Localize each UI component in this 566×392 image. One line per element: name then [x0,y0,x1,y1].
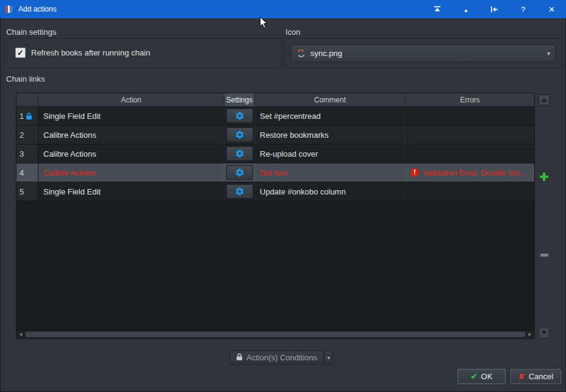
settings-cell [224,163,255,182]
row-number[interactable]: 5 [16,182,38,201]
table-row[interactable]: 1Single Field EditSet #percentread [16,107,534,126]
gear-icon [235,130,245,140]
action-cell[interactable]: Single Field Edit [38,182,224,201]
row-number[interactable]: 2 [16,126,38,144]
error-text: Validation Error. Double clic... [423,168,526,177]
cancel-label: Cancel [529,372,553,381]
icon-combobox[interactable]: sync.png ▾ [291,45,556,62]
comment-cell[interactable]: Re-upload cover [255,144,406,163]
column-header-comment[interactable]: Comment [255,93,406,107]
add-actions-dialog: Add actions ? ✕ Chain settings ✓ Refresh… [0,0,566,392]
row-settings-button[interactable] [226,109,253,123]
table-row[interactable]: 4Calibre ActionsSet font!Validation Erro… [16,163,534,182]
comment-cell[interactable]: Set font [255,163,406,182]
row-settings-button[interactable] [226,146,253,161]
scroll-right-icon[interactable]: ► [526,330,534,338]
action-cell[interactable]: Single Field Edit [38,107,224,125]
table-row[interactable]: 5Single Field EditUpdate #onkobo column [16,182,534,201]
icon-section-label: Icon [285,27,301,37]
window-title: Add actions [18,5,57,13]
column-header-settings[interactable]: Settings [224,93,255,107]
ok-button[interactable]: ✔ OK [457,369,506,384]
action-cell[interactable]: Calibre Actions [38,163,224,182]
action-cell[interactable]: Calibre Actions [38,144,224,163]
table-empty-area [16,201,534,330]
remove-link-button[interactable] [539,249,550,260]
sync-icon [296,49,306,58]
settings-cell [224,107,255,125]
errors-cell[interactable] [406,182,534,201]
arrow-up-icon [542,98,546,102]
mouse-cursor [259,16,268,32]
column-header-action[interactable]: Action [38,93,224,107]
action-cell[interactable]: Calibre Actions [38,126,224,144]
refresh-books-label: Refresh books after running chain [31,48,150,57]
errors-cell[interactable] [406,144,534,163]
arrow-down-icon [542,331,546,335]
gear-icon [235,111,245,121]
horizontal-scrollbar[interactable]: ◄ ► [16,330,534,338]
refresh-books-checkbox[interactable]: ✓ Refresh books after running chain [5,38,282,67]
chevron-down-icon: ▾ [547,50,550,57]
row-number[interactable]: 4 [16,163,38,182]
chain-settings-frame: ✓ Refresh books after running chain [5,38,283,68]
pin-button[interactable] [480,0,509,18]
add-link-button[interactable] [539,171,550,182]
close-button[interactable]: ✕ [537,0,566,18]
lock-icon [26,112,32,120]
action-conditions-button[interactable]: Action(s) Conditions [229,351,324,365]
gear-icon [235,187,245,196]
window-controls: ? ✕ [423,0,566,18]
table-row[interactable]: 3Calibre ActionsRe-upload cover [16,144,534,163]
row-settings-button[interactable] [226,127,253,142]
check-icon: ✔ [471,372,478,380]
minimize-button[interactable] [451,0,480,18]
errors-cell[interactable] [406,126,534,144]
comment-cell[interactable]: Update #onkobo column [255,182,406,201]
scrollbar-thumb[interactable] [26,332,525,337]
move-down-button[interactable] [539,327,550,338]
errors-cell[interactable]: !Validation Error. Double clic... [406,163,534,182]
comment-cell[interactable]: Restore bookmarks [255,126,406,144]
move-up-button[interactable] [539,94,550,105]
chain-settings-label: Chain settings [6,27,56,37]
checkbox-checked-icon[interactable]: ✓ [15,48,26,58]
comment-cell[interactable]: Set #percentread [255,107,406,125]
minus-icon [540,254,548,257]
titlebar[interactable]: Add actions ? ✕ [0,0,566,18]
settings-cell [224,126,255,144]
error-icon: ! [410,168,419,177]
settings-cell [224,182,255,201]
chain-links-table: Action Settings Comment Errors 1Single F… [16,93,535,339]
settings-cell [224,144,255,163]
action-conditions-label: Action(s) Conditions [246,353,317,362]
plus-icon [539,172,549,182]
icon-combo-value: sync.png [310,49,342,58]
chain-links-label: Chain links [6,74,45,84]
gear-icon [235,149,245,159]
errors-cell[interactable] [406,107,534,125]
row-number[interactable]: 1 [16,107,38,125]
cross-icon: ✘ [518,372,525,380]
row-number[interactable]: 3 [16,144,38,163]
keep-above-button[interactable] [423,0,451,18]
lock-small-icon [236,353,243,363]
table-body: 1Single Field EditSet #percentread2Calib… [16,107,534,201]
scroll-left-icon[interactable]: ◄ [16,330,25,338]
cancel-button[interactable]: ✘ Cancel [510,369,561,384]
icon-frame: sync.png ▾ [284,38,562,68]
minimize-dot-icon [465,10,467,12]
corner-header [16,93,38,107]
column-header-errors[interactable]: Errors [406,93,534,107]
gear-icon [235,168,245,177]
table-row[interactable]: 2Calibre ActionsRestore bookmarks [16,126,534,144]
conditions-dropdown-arrow[interactable]: ▾ [324,351,333,365]
action-conditions-split-button: Action(s) Conditions ▾ [229,351,333,365]
table-header: Action Settings Comment Errors [16,93,534,107]
ok-label: OK [481,372,493,381]
app-icon [4,4,14,14]
row-settings-button[interactable] [226,184,253,199]
help-button[interactable]: ? [509,0,537,18]
row-settings-button[interactable] [226,165,253,180]
